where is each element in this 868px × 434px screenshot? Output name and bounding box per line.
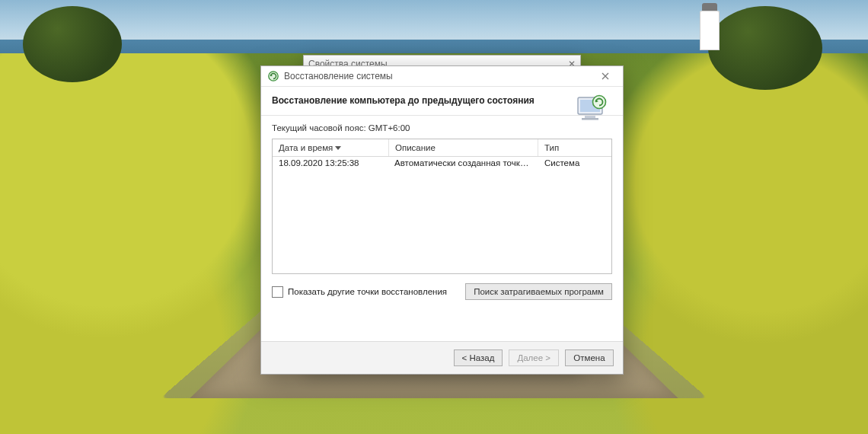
- svg-point-5: [593, 96, 606, 109]
- timezone-label: Текущий часовой пояс: GMT+6:00: [272, 123, 612, 132]
- dialog-heading: Восстановление компьютера до предыдущего…: [272, 95, 546, 106]
- next-button[interactable]: Далее >: [509, 349, 559, 366]
- column-type[interactable]: Тип: [538, 139, 611, 156]
- column-description[interactable]: Описание: [389, 139, 538, 156]
- show-more-label: Показать другие точки восстановления: [288, 287, 447, 296]
- cell-datetime: 18.09.2020 13:25:38: [273, 157, 388, 172]
- sort-indicator-icon: [333, 143, 341, 152]
- close-button[interactable]: [591, 68, 620, 85]
- cell-description: Автоматически созданная точка восстановл…: [388, 157, 538, 172]
- back-button[interactable]: < Назад: [454, 349, 503, 366]
- system-restore-dialog: Восстановление системы Восстановление ко…: [260, 65, 624, 375]
- cell-type: Система: [538, 157, 611, 172]
- svg-rect-4: [582, 118, 598, 120]
- dialog-title: Восстановление системы: [284, 71, 393, 81]
- table-header: Дата и время Описание Тип: [273, 139, 611, 157]
- scan-affected-programs-button[interactable]: Поиск затрагиваемых программ: [465, 283, 612, 300]
- column-datetime[interactable]: Дата и время: [273, 139, 389, 156]
- dialog-titlebar[interactable]: Восстановление системы: [261, 66, 623, 87]
- table-row[interactable]: 18.09.2020 13:25:38 Автоматически создан…: [273, 157, 611, 172]
- restore-points-table[interactable]: Дата и время Описание Тип 18.09.2020 13:…: [272, 139, 612, 274]
- dialog-footer: < Назад Далее > Отмена: [261, 341, 623, 374]
- svg-point-0: [269, 72, 278, 81]
- dialog-header: Восстановление компьютера до предыдущего…: [261, 87, 623, 115]
- cancel-button[interactable]: Отмена: [565, 349, 614, 366]
- svg-rect-3: [585, 116, 595, 118]
- show-more-checkbox[interactable]: [272, 286, 283, 298]
- system-restore-app-icon: [267, 70, 279, 82]
- restore-monitor-icon: [574, 93, 609, 126]
